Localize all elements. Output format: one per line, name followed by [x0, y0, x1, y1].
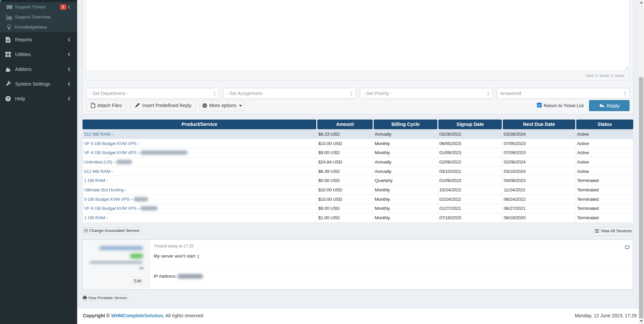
svg-text:?: ?	[7, 97, 9, 101]
